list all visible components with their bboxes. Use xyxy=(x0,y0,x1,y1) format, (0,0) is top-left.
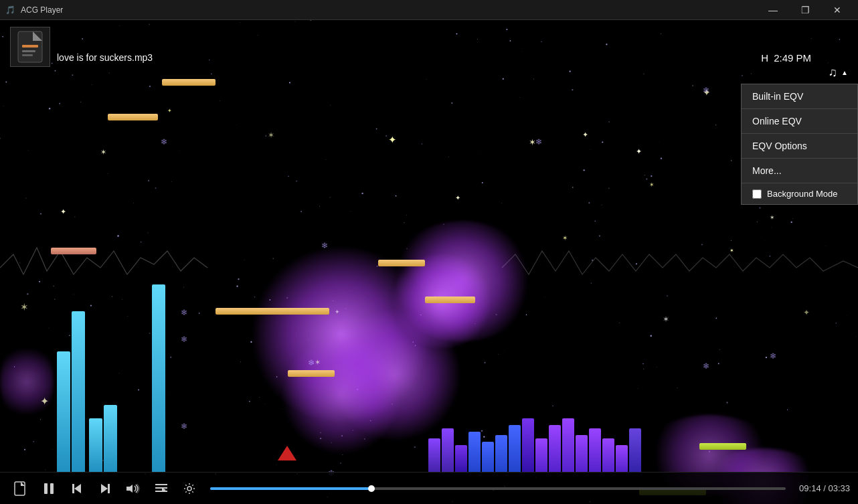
clock-time: 2:49 PM xyxy=(774,52,811,64)
svg-rect-4 xyxy=(22,54,33,56)
eq-bar xyxy=(72,311,85,472)
main-area: ✦✶✦✶✦✶✦✶✦✶✦✶✦✶✦✶✦✶✦✶ ❄❄❄❄❄❄❄❄❄❄❄ xyxy=(0,20,858,504)
sparkle-star: ✶ xyxy=(663,315,669,324)
app-icon: 🎵 xyxy=(5,5,15,15)
platform-2 xyxy=(108,114,158,120)
platform-3 xyxy=(216,308,329,315)
snowflake: ❄ xyxy=(535,137,542,147)
eq-bar xyxy=(616,445,628,472)
sparkle-star: ✦ xyxy=(388,134,397,146)
svg-marker-12 xyxy=(101,484,108,493)
eq-bar xyxy=(589,428,601,472)
eq-bar xyxy=(535,438,547,472)
snowflake: ❄ xyxy=(181,422,187,431)
eq-bar xyxy=(576,435,588,472)
volume-icon xyxy=(126,483,141,494)
sparkle-star: ✶ xyxy=(315,358,321,367)
svg-marker-10 xyxy=(74,484,81,493)
controls-bar: 09:14 / 03:33 xyxy=(0,472,858,504)
menu-item-more[interactable]: More... xyxy=(742,159,857,183)
menu-item-background-mode[interactable]: Background Mode xyxy=(742,183,857,204)
eq-bar xyxy=(442,428,454,472)
pause-icon xyxy=(44,483,54,495)
file-icon xyxy=(10,27,50,67)
sparkle-star: ✦ xyxy=(803,308,810,317)
playlist-icon xyxy=(155,484,167,493)
background-mode-checkbox[interactable] xyxy=(752,189,762,199)
eq-bar xyxy=(602,438,614,472)
file-svg xyxy=(17,30,44,64)
snowflake: ❄ xyxy=(703,86,709,95)
sparkle-star: ✦ xyxy=(335,308,340,315)
maximize-button[interactable]: ❐ xyxy=(790,0,821,20)
top-time: H 2:49 PM xyxy=(761,52,811,64)
minimize-button[interactable]: — xyxy=(758,0,788,20)
dropdown-menu: Built-in EQV Online EQV EQV Options More… xyxy=(741,84,858,205)
sparkle-star: ✦ xyxy=(40,395,49,408)
settings-button[interactable] xyxy=(177,476,202,501)
eq-bar xyxy=(152,284,165,472)
snowflake: ❄ xyxy=(161,137,167,147)
snowflake: ❄ xyxy=(308,358,315,367)
eq-bar xyxy=(629,428,641,472)
menu-item-online-eqv[interactable]: Online EQV xyxy=(742,109,857,134)
file-icon-ctrl xyxy=(14,481,27,496)
svg-rect-9 xyxy=(72,484,74,493)
titlebar: 🎵 ACG Player — ❐ ✕ xyxy=(0,0,858,20)
platform-1 xyxy=(162,79,216,86)
beat-indicator xyxy=(278,446,296,460)
eq-bars-left xyxy=(57,284,165,472)
eq-bar xyxy=(89,418,102,472)
sparkle-star: ✶ xyxy=(268,131,274,140)
progress-fill xyxy=(210,487,371,490)
next-button[interactable] xyxy=(92,476,118,501)
menu-item-eqv-options[interactable]: EQV Options xyxy=(742,134,857,159)
next-icon xyxy=(100,483,110,494)
eq-bar xyxy=(428,438,440,472)
playlist-button[interactable] xyxy=(149,476,174,501)
svg-rect-2 xyxy=(22,45,38,48)
background-mode-label: Background Mode xyxy=(767,189,838,199)
svg-rect-11 xyxy=(108,484,110,493)
music-note-icon: ♫ xyxy=(829,66,838,80)
prev-button[interactable] xyxy=(64,476,90,501)
platform-salmon-1 xyxy=(51,248,96,254)
eq-bar xyxy=(57,351,70,472)
platform-6 xyxy=(288,370,335,377)
settings-icon xyxy=(183,482,196,495)
snowflake: ❄ xyxy=(181,308,187,317)
current-time: 09:14 / 03:33 xyxy=(799,483,850,493)
music-note-area[interactable]: ♫ ▲ xyxy=(829,66,848,80)
sparkle-star: ✶ xyxy=(562,234,568,242)
song-title: love is for suckers.mp3 xyxy=(57,52,153,63)
eq-bar xyxy=(495,435,507,472)
time-display: 09:14 / 03:33 xyxy=(799,483,850,493)
pause-button[interactable] xyxy=(36,476,62,501)
particle-burst-8 xyxy=(0,341,54,422)
svg-rect-3 xyxy=(22,50,35,52)
eq-bar xyxy=(509,425,521,472)
sparkle-star: ✦ xyxy=(60,207,66,216)
file-button[interactable] xyxy=(8,476,33,501)
eq-bar xyxy=(468,432,481,472)
prev-icon xyxy=(72,483,82,494)
eq-bar xyxy=(482,442,494,472)
platform-5 xyxy=(425,297,475,303)
close-button[interactable]: ✕ xyxy=(822,0,853,20)
sparkle-star: ✶ xyxy=(730,248,734,254)
volume-button[interactable] xyxy=(120,476,146,501)
sparkle-star: ✦ xyxy=(167,107,172,114)
menu-item-built-in-eqv[interactable]: Built-in EQV xyxy=(742,84,857,109)
svg-rect-16 xyxy=(155,491,167,492)
sparkle-star: ✶ xyxy=(770,214,775,221)
sparkle-star: ✶ xyxy=(649,181,655,188)
snowflake: ❄ xyxy=(321,241,328,250)
eq-bars-right xyxy=(428,418,641,472)
top-label: H xyxy=(761,52,768,64)
svg-rect-7 xyxy=(44,483,48,494)
progress-bar[interactable] xyxy=(210,487,786,490)
snowflake: ❄ xyxy=(181,335,187,344)
sparkle-star: ✦ xyxy=(455,194,460,201)
sparkle-star: ✶ xyxy=(100,147,106,157)
svg-marker-13 xyxy=(126,485,133,493)
